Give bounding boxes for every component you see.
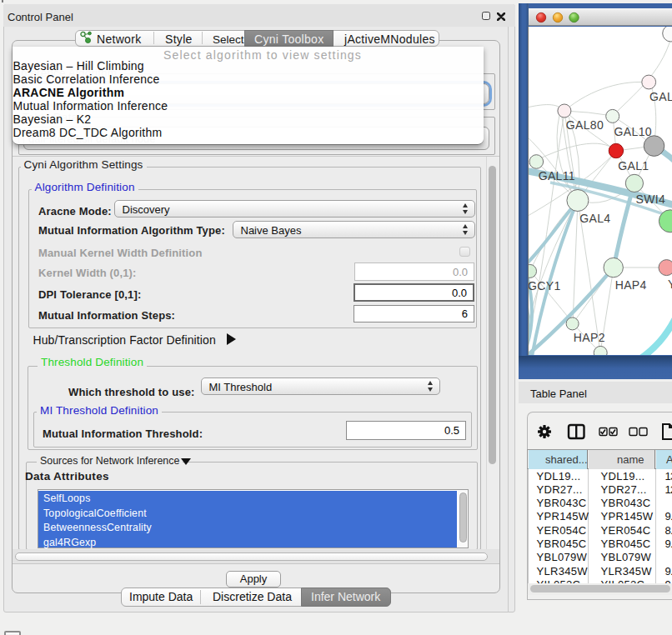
svg-text:GCY1: GCY1	[529, 279, 561, 292]
svg-text:GAL2: GAL2	[649, 90, 672, 103]
svg-text:YJ: YJ	[668, 278, 672, 291]
svg-text:GAL4: GAL4	[579, 212, 610, 225]
svg-text:GAL11: GAL11	[539, 169, 575, 182]
svg-text:GAL1: GAL1	[618, 159, 649, 172]
svg-text:GAL80: GAL80	[566, 118, 604, 132]
svg-text:HAP4: HAP4	[615, 278, 647, 292]
svg-text:SWI4: SWI4	[636, 192, 666, 206]
svg-text:HAP2: HAP2	[574, 331, 605, 344]
svg-text:GAL10: GAL10	[614, 125, 652, 138]
